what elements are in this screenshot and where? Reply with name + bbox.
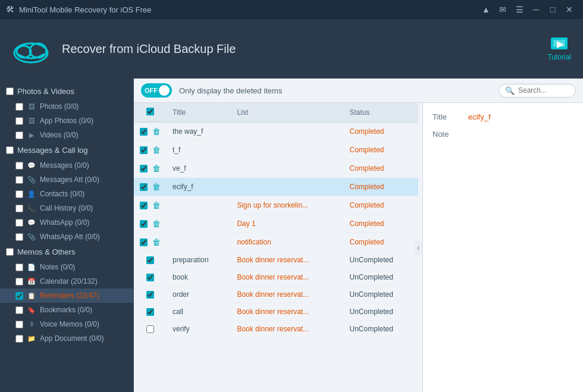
row-title: ecify_f — [167, 178, 231, 196]
sidebar-item-reminders-checkbox[interactable] — [15, 292, 23, 300]
table-row[interactable]: orderBook dinner reservat...UnCompleted — [134, 286, 418, 303]
delete-icon[interactable]: 🗑 — [152, 219, 161, 228]
table-row[interactable]: callBook dinner reservat...UnCompleted — [134, 303, 418, 321]
sidebar-item-bookmarks-checkbox[interactable] — [15, 306, 23, 314]
table-row[interactable]: preparationBook dinner reservat...UnComp… — [134, 252, 418, 269]
table-row[interactable]: 🗑ve_fCompleted — [134, 159, 418, 178]
row-checkbox-cell: 🗑 — [134, 215, 167, 233]
select-all-checkbox[interactable] — [146, 108, 154, 115]
sidebar-group-photos-checkbox[interactable] — [6, 87, 14, 95]
row-status: Completed — [344, 159, 418, 178]
sidebar-item-messages-att[interactable]: 📎 Messages Att (0/0) — [0, 173, 133, 187]
sidebar-item-contacts[interactable]: 👤 Contacts (0/0) — [0, 187, 133, 201]
sidebar-item-call-history[interactable]: 📞 Call History (0/0) — [0, 201, 133, 215]
panel-collapse-toggle[interactable]: › — [414, 239, 422, 256]
sidebar-group-memos-checkbox[interactable] — [6, 248, 14, 256]
table-row[interactable]: 🗑Day 1Completed — [134, 215, 418, 233]
row-checkbox[interactable] — [146, 325, 154, 333]
sidebar-item-whatsapp[interactable]: 💬 WhatsApp (0/0) — [0, 215, 133, 230]
row-status: Completed — [344, 123, 418, 141]
table-row[interactable]: 🗑ecify_fCompleted — [134, 178, 418, 196]
delete-icon[interactable]: 🗑 — [152, 145, 161, 155]
sidebar-item-app-photos-checkbox[interactable] — [15, 117, 23, 125]
mail-btn[interactable]: ✉ — [495, 3, 510, 16]
upload-btn[interactable]: ▲ — [478, 3, 494, 16]
row-checkbox[interactable] — [140, 220, 148, 228]
table-row[interactable]: 🗑notificationCompleted — [134, 233, 418, 252]
sidebar-item-calendar[interactable]: 📅 Calendar (20/132) — [0, 274, 133, 288]
data-table: Title List Status 🗑the way_fCompleted🗑t_… — [134, 103, 418, 338]
table-row[interactable]: 🗑Sign up for snorkelin...Completed — [134, 196, 418, 215]
delete-icon[interactable]: 🗑 — [152, 164, 161, 173]
sidebar-item-app-photos[interactable]: 🖼 App Photos (0/0) — [0, 114, 133, 128]
sidebar-item-voice-memos-checkbox[interactable] — [15, 321, 23, 328]
sidebar-item-calendar-checkbox[interactable] — [15, 278, 23, 286]
sidebar-item-bookmarks[interactable]: 🔖 Bookmarks (0/0) — [0, 303, 133, 317]
detail-title-label: Title — [432, 112, 461, 121]
sidebar-group-messages-checkbox[interactable] — [6, 146, 14, 154]
sidebar-item-reminders[interactable]: 📋 Reminders (23/47) — [0, 288, 133, 303]
videos-icon: ▶ — [27, 130, 36, 140]
sidebar-item-videos-checkbox[interactable] — [15, 131, 23, 139]
sidebar-item-messages-checkbox[interactable] — [15, 162, 23, 170]
sidebar-item-photos[interactable]: 🖼 Photos (0/0) — [0, 99, 133, 114]
row-checkbox[interactable] — [146, 308, 154, 316]
sidebar-item-videos[interactable]: ▶ Videos (0/0) — [0, 128, 133, 142]
close-btn[interactable]: ✕ — [562, 3, 577, 16]
sidebar-item-whatsapp-att-checkbox[interactable] — [15, 233, 23, 241]
delete-icon[interactable]: 🗑 — [152, 127, 161, 136]
minimize-btn[interactable]: ─ — [528, 3, 544, 16]
row-checkbox[interactable] — [140, 165, 148, 173]
bookmarks-icon: 🔖 — [27, 305, 36, 315]
row-title — [167, 233, 231, 252]
row-checkbox[interactable] — [140, 239, 148, 246]
row-checkbox[interactable] — [140, 128, 148, 136]
sidebar-item-voice-memos[interactable]: 🎙 Voice Memos (0/0) — [0, 317, 133, 331]
row-title: t_f — [167, 141, 231, 159]
sidebar-group-memos[interactable]: Memos & Others — [0, 244, 133, 260]
delete-icon[interactable]: 🗑 — [152, 182, 161, 192]
sidebar-item-app-document[interactable]: 📁 App Document (0/0) — [0, 331, 133, 346]
row-list: Book dinner reservat... — [231, 286, 343, 303]
search-box: 🔍 — [499, 84, 576, 98]
row-checkbox[interactable] — [146, 256, 154, 264]
row-checkbox[interactable] — [140, 202, 148, 209]
maximize-btn[interactable]: □ — [545, 3, 560, 16]
sidebar-item-messages-att-checkbox[interactable] — [15, 176, 23, 184]
table-row[interactable]: 🗑t_fCompleted — [134, 141, 418, 159]
tutorial-button[interactable]: Tutorial — [547, 36, 571, 61]
sidebar-item-messages[interactable]: 💬 Messages (0/0) — [0, 158, 133, 173]
sidebar-item-notes-label: Notes (0/0) — [40, 263, 75, 271]
row-checkbox[interactable] — [140, 146, 148, 154]
sidebar-item-notes-checkbox[interactable] — [15, 264, 23, 271]
delete-icon[interactable]: 🗑 — [152, 200, 161, 210]
svg-point-1 — [17, 46, 31, 58]
table-row[interactable]: 🗑the way_fCompleted — [134, 123, 418, 141]
sidebar-item-contacts-checkbox[interactable] — [15, 190, 23, 198]
row-checkbox-cell — [134, 252, 167, 269]
sidebar-group-messages[interactable]: Messages & Call log — [0, 142, 133, 158]
row-checkbox[interactable] — [146, 291, 154, 299]
row-checkbox[interactable] — [146, 274, 154, 281]
table-row[interactable]: bookBook dinner reservat...UnCompleted — [134, 269, 418, 286]
row-checkbox[interactable] — [140, 183, 148, 191]
sidebar-item-app-document-checkbox[interactable] — [15, 335, 23, 343]
row-checkbox-cell — [134, 269, 167, 286]
sidebar-group-photos[interactable]: Photos & Videos — [0, 83, 133, 99]
notes-icon: 📄 — [27, 262, 36, 272]
row-checkbox-cell — [134, 303, 167, 321]
sidebar-item-photos-checkbox[interactable] — [15, 103, 23, 111]
toggle-deleted[interactable]: OFF — [141, 83, 172, 98]
search-input[interactable] — [518, 86, 572, 95]
sidebar-item-whatsapp-checkbox[interactable] — [15, 219, 23, 227]
titlebar: 🛠 MiniTool Mobile Recovery for iOS Free … — [0, 0, 583, 19]
sidebar-item-notes[interactable]: 📄 Notes (0/0) — [0, 260, 133, 274]
sidebar-item-whatsapp-att[interactable]: 📎 WhatsApp Att (0/0) — [0, 230, 133, 244]
app-icon: 🛠 — [6, 5, 14, 14]
sidebar-item-call-history-checkbox[interactable] — [15, 205, 23, 212]
delete-icon[interactable]: 🗑 — [152, 237, 161, 247]
row-status: Completed — [344, 178, 418, 196]
menu-btn[interactable]: ☰ — [512, 3, 527, 16]
detail-note-row: Note — [432, 130, 573, 139]
table-row[interactable]: verifyBook dinner reservat...UnCompleted — [134, 321, 418, 338]
